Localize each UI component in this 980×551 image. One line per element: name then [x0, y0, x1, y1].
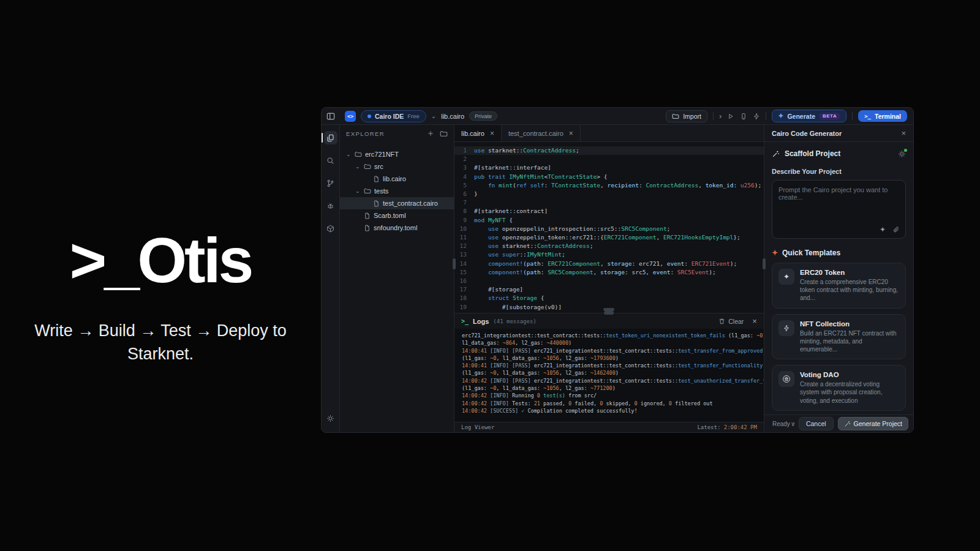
editor-tabs: lib.cairo × test_contract.cairo ×: [454, 125, 764, 142]
search-icon[interactable]: [324, 154, 337, 167]
log-line: 14:00:42 [SUCCESS] ✓ Compilation complet…: [462, 407, 756, 414]
log-line: (l1_gas: ~0, l1_data_gas: ~1056, l2_gas:…: [462, 384, 756, 392]
log-line: (l1_gas: ~0, l1_data_gas: ~1056, l2_gas:…: [462, 354, 756, 362]
scaffold-label: Scaffold Project: [785, 149, 840, 158]
tree-item-lib-cairo[interactable]: lib.cairo: [340, 173, 454, 185]
run-icon[interactable]: [727, 113, 734, 120]
new-file-icon[interactable]: [427, 130, 434, 138]
code-line-16[interactable]: 16: [454, 277, 764, 285]
line-number: 3: [454, 163, 474, 172]
chevron-down-icon[interactable]: ⌄: [431, 113, 436, 119]
code-line-13[interactable]: 13 use super::IMyNftMint;: [454, 250, 764, 259]
close-icon[interactable]: ×: [901, 129, 906, 138]
code-line-12[interactable]: 12 use starknet::ContractAddress;: [454, 242, 764, 250]
line-number: 11: [454, 233, 474, 242]
generator-body: Scaffold Project Describe Your Project ✦: [764, 142, 913, 414]
log-line: 14:00:42 [INFO] [PASS] erc721_integratio…: [462, 377, 756, 384]
code-line-8[interactable]: 8#[starknet::contract]: [454, 207, 764, 216]
tab-label: test_contract.cairo: [508, 130, 564, 137]
tree-item-label: test_contract.cairo: [383, 200, 438, 207]
close-icon[interactable]: ×: [752, 317, 757, 326]
layout-toggle-icon[interactable]: [322, 112, 340, 121]
generate-project-label: Generate Project: [854, 420, 902, 427]
bug-icon[interactable]: [324, 199, 337, 212]
line-number: 16: [454, 277, 474, 285]
template-card-erc20-token[interactable]: ✦ERC20 TokenCreate a comprehensive ERC20…: [772, 263, 906, 309]
template-title: NFT Collection: [800, 320, 899, 328]
workspace-badge[interactable]: Cairo IDE Free: [361, 110, 426, 122]
template-description: Create a comprehensive ERC20 token contr…: [800, 278, 899, 302]
tree-item-src[interactable]: ⌄src: [340, 160, 454, 173]
code-line-2[interactable]: 2: [454, 155, 764, 163]
generate-button[interactable]: ✦ Generate BETA: [772, 110, 846, 122]
tree-item-scarb-toml[interactable]: Scarb.toml: [340, 209, 454, 222]
code-editor[interactable]: 1use starknet::ContractAddress;23#[stark…: [454, 142, 764, 313]
prompt-actions: ✦: [880, 225, 900, 234]
code-text: fn mint(ref self: TContractState, recipi…: [474, 181, 761, 190]
code-line-15[interactable]: 15 component!(path: SRC5Component, stora…: [454, 268, 764, 277]
import-button[interactable]: Import: [666, 110, 707, 122]
panel-resize-handle[interactable]: [453, 258, 456, 269]
terminal-prompt-icon: >_: [461, 318, 469, 324]
tab-lib-cairo[interactable]: lib.cairo ×: [454, 125, 502, 141]
template-card-voting-dao[interactable]: Voting DAOCreate a decentralized voting …: [772, 365, 906, 411]
package-icon[interactable]: [324, 222, 337, 235]
code-line-1[interactable]: 1use starknet::ContractAddress;: [454, 146, 764, 155]
logs-actions: Clear ×: [718, 317, 757, 326]
code-line-10[interactable]: 10 use openzeppelin_introspection::src5:…: [454, 225, 764, 233]
line-number: 15: [454, 268, 474, 277]
code-generator-panel: Cairo Code Generator × Scaffold Project …: [764, 125, 913, 432]
tab-test-contract-cairo[interactable]: test_contract.cairo ×: [502, 125, 581, 141]
code-line-11[interactable]: 11 use openzeppelin_token::erc721::{ERC7…: [454, 233, 764, 242]
tree-item-snfoundry-toml[interactable]: snfoundry.toml: [340, 222, 454, 234]
code-line-14[interactable]: 14 component!(path: ERC721Component, sto…: [454, 260, 764, 268]
files-icon[interactable]: [324, 131, 337, 144]
line-number: 13: [454, 250, 474, 259]
generator-footer: Ready with ... Cancel Generate Project: [764, 414, 913, 432]
close-icon[interactable]: ×: [490, 130, 494, 137]
code-line-3[interactable]: 3#[starknet::interface]: [454, 163, 764, 172]
sparkle-icon[interactable]: ✦: [880, 225, 886, 234]
code-line-9[interactable]: 9mod MyNFT {: [454, 216, 764, 225]
clear-label: Clear: [728, 318, 744, 325]
logs-output[interactable]: erc721_integrationtest::test_contract::t…: [454, 329, 764, 422]
generator-settings[interactable]: [898, 150, 906, 158]
plan-badge: Free: [407, 113, 420, 119]
zap-icon[interactable]: [753, 113, 760, 120]
cancel-button[interactable]: Cancel: [799, 417, 834, 430]
code-line-18[interactable]: 18 struct Storage {: [454, 294, 764, 302]
paperclip-icon[interactable]: [892, 226, 900, 233]
code-line-7[interactable]: 7: [454, 198, 764, 207]
wand-icon: [844, 421, 851, 427]
line-number: 1: [454, 146, 474, 155]
device-icon[interactable]: [740, 113, 747, 120]
import-label: Import: [683, 113, 701, 120]
tree-item-erc721nft[interactable]: ⌄erc721NFT: [340, 148, 454, 160]
online-dot: [904, 149, 907, 152]
gear-icon[interactable]: [324, 411, 337, 425]
panel-resize-handle[interactable]: [763, 258, 766, 269]
explorer-tree: ⌄erc721NFT⌄srclib.cairo⌄teststest_contra…: [340, 142, 454, 234]
generate-project-button[interactable]: Generate Project: [838, 417, 908, 430]
log-line: (l1_gas: ~0, l1_data_gas: ~1056, l2_gas:…: [462, 369, 756, 377]
explorer-header: EXPLORER: [340, 125, 454, 142]
code-line-17[interactable]: 17 #[storage]: [454, 285, 764, 294]
line-number: 14: [454, 260, 474, 268]
log-line: l1_data_gas: ~864, l2_gas: ~440000): [462, 339, 756, 347]
clear-logs-button[interactable]: Clear: [718, 318, 744, 325]
folder-icon: [364, 163, 371, 170]
code-line-4[interactable]: 4pub trait IMyNftMint<TContractState> {: [454, 173, 764, 181]
code-line-5[interactable]: 5 fn mint(ref self: TContractState, reci…: [454, 181, 764, 190]
close-icon[interactable]: ×: [569, 130, 573, 137]
chevron-right-icon[interactable]: ›: [719, 112, 722, 120]
git-branch-icon[interactable]: [324, 176, 337, 190]
new-folder-icon[interactable]: [440, 130, 448, 138]
code-line-6[interactable]: 6}: [454, 190, 764, 198]
template-card-nft-collection[interactable]: NFT CollectionBuild an ERC721 NFT contra…: [772, 314, 906, 360]
terminal-button[interactable]: >_ Terminal: [858, 110, 907, 122]
tree-item-tests[interactable]: ⌄tests: [340, 185, 454, 197]
tree-item-test-contract-cairo[interactable]: test_contract.cairo: [340, 197, 454, 209]
line-number: 4: [454, 173, 474, 181]
app-logo[interactable]: <>: [345, 111, 356, 122]
logs-resize-handle[interactable]: [604, 311, 614, 315]
